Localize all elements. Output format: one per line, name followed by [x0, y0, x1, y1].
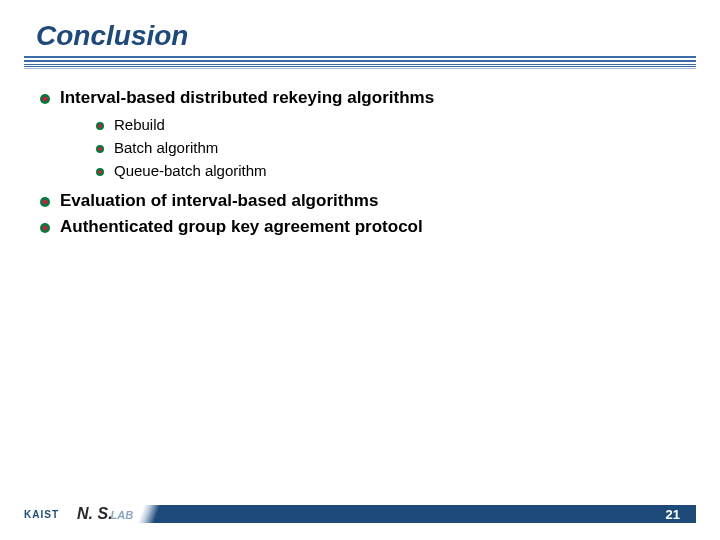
bullet-text: Authenticated group key agreement protoc… [60, 217, 423, 237]
svg-point-11 [43, 226, 48, 231]
list-item: Queue-batch algorithm [96, 162, 680, 179]
bullet-text: Evaluation of interval-based algorithms [60, 191, 378, 211]
bullet-text: Rebuild [114, 116, 165, 133]
bullet-icon [96, 168, 104, 176]
slide: Conclusion Interval-based distributed re… [0, 0, 720, 540]
svg-point-5 [98, 147, 102, 151]
svg-point-1 [43, 97, 48, 102]
title-underline [24, 56, 696, 69]
slide-title: Conclusion [24, 20, 696, 54]
list-item: Batch algorithm [96, 139, 680, 156]
footer-bar: 21 [151, 505, 696, 523]
org-logo: KAIST [24, 509, 59, 520]
svg-point-3 [98, 124, 102, 128]
sub-list: Rebuild Batch algorithm Queue-batch algo… [96, 116, 680, 179]
title-block: Conclusion [24, 20, 696, 69]
bullet-text: Queue-batch algorithm [114, 162, 267, 179]
list-item: Authenticated group key agreement protoc… [40, 217, 680, 237]
svg-point-7 [98, 170, 102, 174]
list-item: Rebuild [96, 116, 680, 133]
bullet-icon [40, 94, 50, 104]
bullet-icon [40, 223, 50, 233]
bullet-icon [40, 197, 50, 207]
page-number: 21 [666, 507, 680, 522]
bullet-text: Batch algorithm [114, 139, 218, 156]
bullet-icon [96, 145, 104, 153]
lab-main: N. S [77, 505, 108, 522]
list-item: Interval-based distributed rekeying algo… [40, 88, 680, 108]
lab-logo: N. S.LAB [77, 505, 133, 523]
footer: KAIST N. S.LAB 21 [24, 502, 696, 526]
content-area: Interval-based distributed rekeying algo… [40, 88, 680, 243]
list-item: Evaluation of interval-based algorithms [40, 191, 680, 211]
bullet-icon [96, 122, 104, 130]
svg-point-9 [43, 200, 48, 205]
bullet-text: Interval-based distributed rekeying algo… [60, 88, 434, 108]
lab-sub: LAB [111, 509, 134, 521]
